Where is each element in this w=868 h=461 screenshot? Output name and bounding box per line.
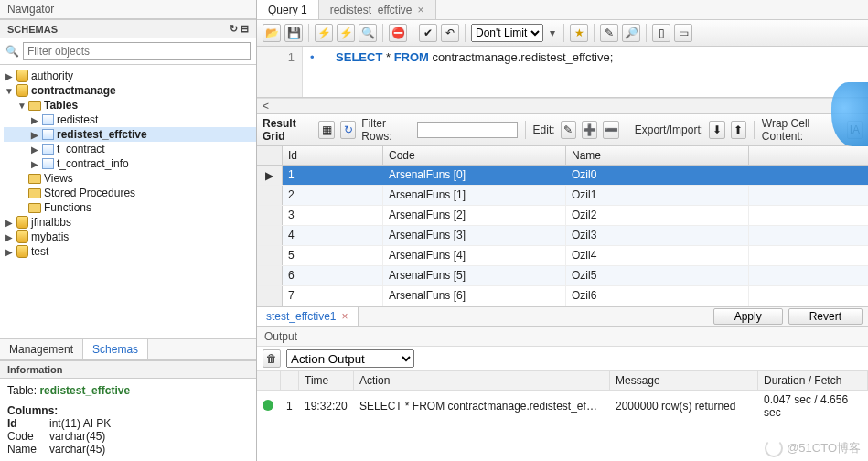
table-t-contract-info[interactable]: ▶t_contract_info bbox=[4, 156, 256, 171]
output-mode-select[interactable]: Action Output bbox=[286, 349, 414, 368]
open-file-icon[interactable]: 📂 bbox=[263, 24, 281, 42]
toggle-panel-icon[interactable]: ▯ bbox=[652, 24, 670, 42]
db-jfinalbbs[interactable]: ▶jfinalbbs bbox=[4, 215, 256, 230]
tables-folder[interactable]: ▼Tables bbox=[4, 98, 256, 113]
close-icon[interactable]: × bbox=[418, 4, 424, 16]
result-grid[interactable]: Id Code Name ▶1ArsenalFuns [0]Ozil0 2Ars… bbox=[257, 146, 868, 306]
rollback-icon[interactable]: ↶ bbox=[441, 24, 459, 42]
out-col-action[interactable]: Action bbox=[354, 371, 610, 390]
editor-hscroll[interactable]: < bbox=[257, 98, 868, 114]
favorite-icon[interactable]: ★ bbox=[570, 24, 588, 42]
app-logo-icon bbox=[831, 82, 868, 146]
tab-schemas[interactable]: Schemas bbox=[83, 339, 148, 359]
views-folder[interactable]: Views bbox=[4, 171, 256, 186]
col-id[interactable]: Id bbox=[283, 146, 383, 165]
info-table-label: Table: bbox=[7, 384, 37, 397]
export-icon[interactable]: ⬇ bbox=[709, 121, 724, 139]
execute-icon[interactable]: ⚡ bbox=[315, 24, 333, 42]
table-redistest[interactable]: ▶redistest bbox=[4, 113, 256, 127]
refresh-grid-icon[interactable]: ↻ bbox=[340, 121, 356, 139]
chevron-down-icon[interactable]: ▾ bbox=[547, 27, 558, 39]
output-row[interactable]: 1 19:32:20 SELECT * FROM contractmanage.… bbox=[257, 391, 868, 422]
tab-query1[interactable]: Query 1 bbox=[257, 0, 319, 19]
collapse-icon[interactable]: ⊟ bbox=[241, 23, 249, 34]
column-name: Namevarchar(45) bbox=[7, 443, 249, 456]
db-test[interactable]: ▶test bbox=[4, 244, 256, 259]
refresh-icon[interactable]: ↻ bbox=[230, 23, 238, 34]
schemas-header: SCHEMAS ↻ ⊟ bbox=[0, 19, 256, 38]
grid-view-icon[interactable]: ▦ bbox=[318, 121, 334, 139]
table-row[interactable]: 2ArsenalFuns [1]Ozil1 bbox=[257, 186, 868, 206]
toggle-output-icon[interactable]: ▭ bbox=[674, 24, 692, 42]
navigator-title: Navigator bbox=[0, 0, 256, 19]
close-icon[interactable]: × bbox=[342, 310, 348, 323]
edit-label: Edit: bbox=[533, 123, 555, 136]
table-row[interactable]: 3ArsenalFuns [2]Ozil2 bbox=[257, 206, 868, 226]
result-grid-label: Result Grid bbox=[263, 117, 313, 143]
result-tab-1[interactable]: stest_effctive1× bbox=[257, 307, 359, 326]
save-file-icon[interactable]: 💾 bbox=[284, 24, 303, 42]
column-id: Idint(11) AI PK bbox=[7, 417, 249, 430]
col-code[interactable]: Code bbox=[383, 146, 566, 165]
column-code: Codevarchar(45) bbox=[7, 430, 249, 443]
clear-output-icon[interactable]: 🗑 bbox=[263, 349, 281, 368]
out-col-duration[interactable]: Duration / Fetch bbox=[758, 371, 868, 390]
revert-button[interactable]: Revert bbox=[788, 308, 863, 325]
tab-management[interactable]: Management bbox=[0, 339, 83, 359]
db-authority[interactable]: ▶authority bbox=[4, 69, 256, 83]
db-mybatis[interactable]: ▶mybatis bbox=[4, 230, 256, 244]
add-row-icon[interactable]: ➕ bbox=[582, 121, 597, 139]
table-row[interactable]: ▶1ArsenalFuns [0]Ozil0 bbox=[257, 166, 868, 186]
db-contractmanage[interactable]: ▼contractmanage bbox=[4, 83, 256, 98]
info-table-name: redistest_effctive bbox=[39, 384, 130, 397]
schema-filter-input[interactable] bbox=[23, 42, 251, 60]
breakpoint-dot-icon[interactable]: • bbox=[310, 50, 315, 64]
schema-tree[interactable]: ▶authority ▼contractmanage ▼Tables ▶redi… bbox=[0, 65, 256, 338]
filter-rows-input[interactable] bbox=[417, 122, 518, 138]
table-row[interactable]: 6ArsenalFuns [5]Ozil5 bbox=[257, 266, 868, 286]
execute-current-icon[interactable]: ⚡ bbox=[337, 24, 355, 42]
table-row[interactable]: 4ArsenalFuns [3]Ozil3 bbox=[257, 226, 868, 246]
explain-icon[interactable]: 🔍 bbox=[359, 24, 377, 42]
output-title: Output bbox=[257, 327, 868, 347]
status-ok-icon bbox=[263, 400, 273, 411]
limit-select[interactable]: Don't Limit bbox=[471, 24, 543, 42]
export-label: Export/Import: bbox=[635, 123, 703, 136]
table-row[interactable]: 5ArsenalFuns [4]Ozil4 bbox=[257, 246, 868, 266]
line-number: 1 bbox=[288, 50, 295, 64]
tab-redistest-effctive[interactable]: redistest_effctive× bbox=[319, 0, 436, 19]
commit-icon[interactable]: ✔ bbox=[419, 24, 437, 42]
columns-label: Columns: bbox=[7, 404, 249, 417]
beautify-icon[interactable]: ✎ bbox=[600, 24, 618, 42]
delete-row-icon[interactable]: ➖ bbox=[603, 121, 618, 139]
filter-rows-label: Filter Rows: bbox=[361, 117, 411, 143]
apply-button[interactable]: Apply bbox=[713, 308, 783, 325]
sql-editor[interactable]: 1 • SELECT * FROM contractmanage.rediste… bbox=[257, 47, 868, 98]
stored-procs-folder[interactable]: Stored Procedures bbox=[4, 186, 256, 200]
wrap-label: Wrap Cell Content: bbox=[762, 117, 841, 143]
sql-toolbar: 📂 💾 ⚡ ⚡ 🔍 ⛔ ✔ ↶ Don't Limit ▾ ★ ✎ 🔎 ▯ ▭ bbox=[257, 20, 868, 47]
find-icon[interactable]: 🔎 bbox=[622, 24, 640, 42]
row-indicator-icon: ▶ bbox=[257, 166, 283, 185]
edit-row-icon[interactable]: ✎ bbox=[561, 121, 576, 139]
out-col-time[interactable]: Time bbox=[299, 371, 354, 390]
col-name[interactable]: Name bbox=[566, 146, 749, 165]
table-row[interactable]: 7ArsenalFuns [6]Ozil6 bbox=[257, 286, 868, 306]
out-col-message[interactable]: Message bbox=[610, 371, 758, 390]
stop-icon[interactable]: ⛔ bbox=[389, 24, 407, 42]
table-redistest-effctive[interactable]: ▶redistest_effctive bbox=[4, 127, 256, 142]
import-icon[interactable]: ⬆ bbox=[731, 121, 746, 139]
functions-folder[interactable]: Functions bbox=[4, 200, 256, 215]
search-icon: 🔍 bbox=[5, 45, 19, 58]
table-t-contract[interactable]: ▶t_contract bbox=[4, 142, 256, 156]
information-header: Information bbox=[0, 360, 256, 379]
